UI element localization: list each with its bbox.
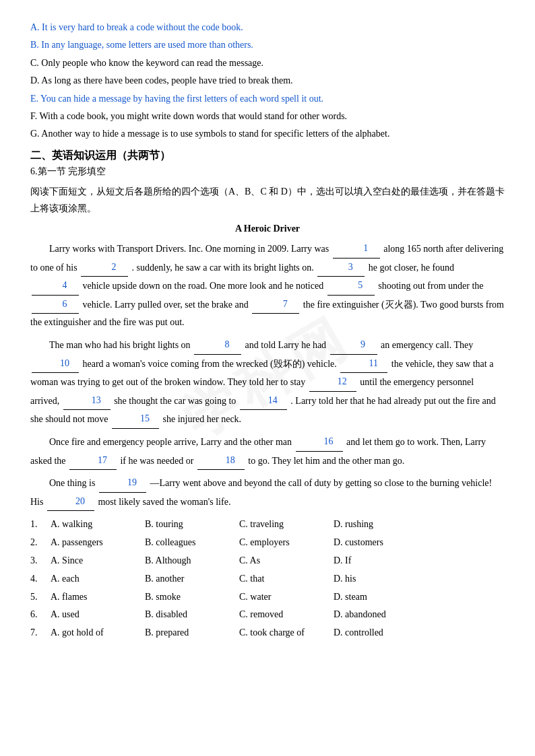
blank-12: 12 xyxy=(309,373,356,392)
blank-19: 19 xyxy=(99,474,146,493)
blank-5: 5 xyxy=(327,277,375,296)
option-G: G. Another way to hide a message is to u… xyxy=(30,127,505,141)
answer-row-5: 5. A. flames B. smoke C. water D. steam xyxy=(30,589,505,605)
answer-row-7: 7. A. got hold of B. prepared C. took ch… xyxy=(30,625,505,641)
option-C: C. Only people who know the keyword can … xyxy=(30,56,505,71)
option-A: A. It is very hard to break a code witho… xyxy=(30,20,505,35)
blank-11: 11 xyxy=(340,355,387,374)
answer-row-2: 2. A. passengers B. colleagues C. employ… xyxy=(30,535,505,551)
blank-6: 6 xyxy=(32,296,79,314)
answer-row-3: 3. A. Since B. Although C. As D. If xyxy=(30,553,505,569)
blank-18: 18 xyxy=(197,452,245,471)
instruction: 阅读下面短文，从短文后各题所给的四个选项（A、B、C 和 D）中，选出可以填入空… xyxy=(30,183,505,217)
option-B: B. In any language, some letters are use… xyxy=(30,38,505,53)
blank-7: 7 xyxy=(252,296,299,314)
blank-4: 4 xyxy=(32,277,79,296)
blank-17: 17 xyxy=(69,452,117,471)
blank-13: 13 xyxy=(63,392,111,411)
option-E: E. You can hide a message by having the … xyxy=(30,92,505,106)
option-F: F. With a code book, you might write dow… xyxy=(30,109,505,124)
paragraph-4: One thing is 19 —Larry went above and be… xyxy=(30,474,505,511)
answer-row-1: 1. A. walking B. touring C. traveling D.… xyxy=(30,516,505,532)
sub-title: 6.第一节 完形填空 xyxy=(30,166,505,178)
passage-title: A Heroic Driver xyxy=(30,224,505,234)
paragraph-1: Larry works with Transport Drivers. Inc.… xyxy=(30,240,505,332)
blank-16: 16 xyxy=(296,433,343,452)
answers-section: 1. A. walking B. touring C. traveling D.… xyxy=(30,516,505,641)
blank-1: 1 xyxy=(333,240,380,259)
options-section: A. It is very hard to break a code witho… xyxy=(30,20,505,142)
blank-8: 8 xyxy=(194,336,241,355)
answer-row-6: 6. A. used B. disabled C. removed D. aba… xyxy=(30,607,505,623)
blank-3: 3 xyxy=(317,259,365,277)
blank-20: 20 xyxy=(47,493,94,512)
blank-10: 10 xyxy=(32,355,79,374)
paragraph-3: Once fire and emergency people arrive, L… xyxy=(30,433,505,470)
section-title: 二、英语知识运用（共两节） xyxy=(30,149,505,163)
blank-2: 2 xyxy=(81,259,128,277)
blank-15: 15 xyxy=(112,410,159,429)
paragraph-2: The man who had his bright lights on 8 a… xyxy=(30,336,505,429)
blank-14: 14 xyxy=(240,392,287,411)
answer-row-4: 4. A. each B. another C. that D. his xyxy=(30,571,505,587)
option-D: D. As long as there have been codes, peo… xyxy=(30,73,505,88)
blank-9: 9 xyxy=(330,336,377,355)
